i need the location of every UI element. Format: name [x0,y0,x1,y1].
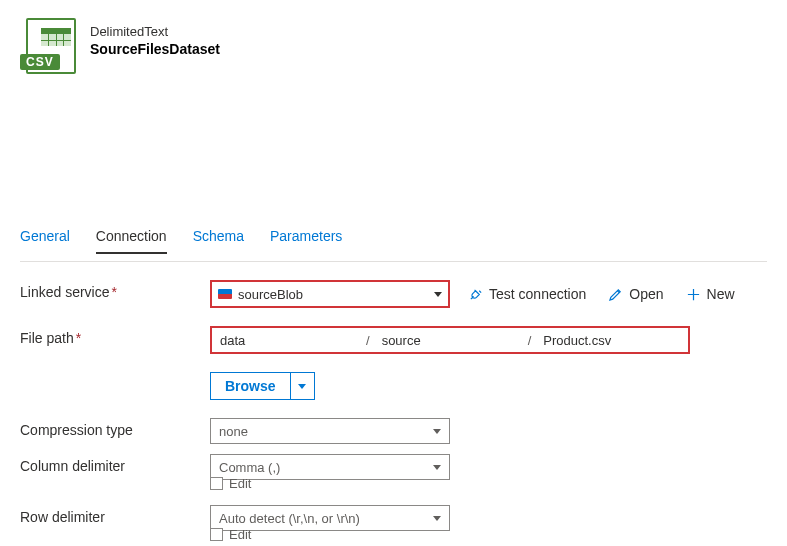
path-separator: / [362,333,374,348]
edit-checkbox[interactable] [210,477,223,490]
file-path-file-input[interactable] [535,328,719,352]
open-button[interactable]: Open [608,286,663,302]
browse-button[interactable]: Browse [210,372,291,400]
pencil-icon [608,287,623,302]
csv-file-icon: CSV [20,18,76,74]
row-file-path: File path* / / Browse [20,326,767,400]
new-button[interactable]: New [686,286,735,302]
chevron-down-icon [433,429,441,434]
tab-general[interactable]: General [20,224,70,254]
row-delimiter-value: Auto detect (\r,\n, or \r\n) [219,511,360,526]
tab-bar: General Connection Schema Parameters [20,224,767,254]
tab-parameters[interactable]: Parameters [270,224,342,254]
chevron-down-icon [433,465,441,470]
row-compression: Compression type none [20,418,767,444]
chevron-down-icon [434,292,442,297]
column-delimiter-value: Comma (,) [219,460,280,475]
plug-icon [468,287,483,302]
path-separator: / [524,333,536,348]
file-path-directory-input[interactable] [374,328,524,352]
tab-schema[interactable]: Schema [193,224,244,254]
row-linked-service: Linked service* sourceBlob Test connecti… [20,280,767,308]
required-marker: * [76,330,81,346]
tab-connection[interactable]: Connection [96,224,167,254]
compression-dropdown[interactable]: none [210,418,450,444]
dataset-header: CSV DelimitedText SourceFilesDataset [20,18,767,74]
browse-group: Browse [210,372,315,400]
dataset-name: SourceFilesDataset [90,41,220,57]
label-column-delimiter: Column delimiter [20,454,210,474]
label-file-path: File path* [20,326,210,346]
edit-label: Edit [229,476,251,491]
csv-icon-label: CSV [20,54,60,70]
edit-checkbox[interactable] [210,528,223,541]
file-path-group: / / [210,326,690,354]
required-marker: * [112,284,117,300]
compression-value: none [219,424,248,439]
edit-label: Edit [229,527,251,542]
label-compression: Compression type [20,418,210,438]
browse-dropdown-button[interactable] [291,372,315,400]
chevron-down-icon [433,516,441,521]
plus-icon [686,287,701,302]
dataset-type: DelimitedText [90,24,220,39]
label-linked-service: Linked service* [20,280,210,300]
label-row-delimiter: Row delimiter [20,505,210,525]
file-path-container-input[interactable] [212,328,362,352]
test-connection-button[interactable]: Test connection [468,286,586,302]
linked-service-dropdown[interactable]: sourceBlob [210,280,450,308]
storage-icon [218,289,232,299]
linked-service-value: sourceBlob [238,287,303,302]
tab-divider [20,261,767,262]
